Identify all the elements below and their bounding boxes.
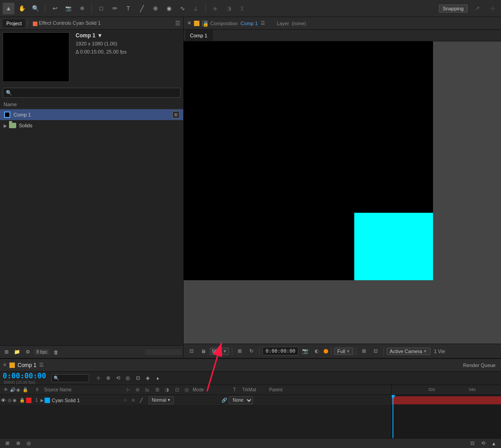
switch-btn-1[interactable]: ⊹ bbox=[122, 397, 129, 404]
timeline-icon-6[interactable]: ◎ bbox=[183, 386, 191, 394]
snapping-button[interactable]: Snapping bbox=[439, 4, 468, 13]
layer-mode-area: Normal ▼ bbox=[145, 396, 185, 404]
switch-btn-paint[interactable]: ╱ bbox=[138, 397, 145, 404]
playhead[interactable] bbox=[393, 395, 393, 438]
list-item[interactable]: ▶ Solids bbox=[0, 120, 183, 131]
tl-bottom-btn-1[interactable]: ⊞ bbox=[3, 439, 12, 448]
timeline-ctrl-btn-2[interactable]: ⊛ bbox=[104, 374, 113, 383]
orbit-tool[interactable]: ⊛ bbox=[76, 3, 88, 14]
timeline-ctrl-btn-3[interactable]: ⟲ bbox=[113, 374, 122, 383]
tl-bottom-btn-4[interactable]: ⊡ bbox=[468, 439, 477, 448]
timeline-icon-fx[interactable]: fx bbox=[143, 386, 151, 394]
camera-tool[interactable]: 📷 bbox=[63, 3, 74, 14]
expand-arrow[interactable]: ▶ bbox=[4, 123, 7, 128]
track-bar[interactable] bbox=[392, 396, 501, 404]
clone-stamp-tool[interactable]: ⊕ bbox=[149, 3, 161, 14]
timeline-body: 👁 🔊 ◉ 🔒 # Source Name ⊹ ⊛ fx ⊞ ◑ ⊡ ◎ Mod… bbox=[0, 385, 501, 438]
parent-dropdown[interactable]: None bbox=[229, 396, 253, 404]
region-of-interest-btn[interactable]: ⊞ bbox=[359, 346, 369, 356]
layer-audio[interactable]: ◎ bbox=[6, 397, 13, 403]
timeline-menu-btn[interactable]: ☰ bbox=[39, 362, 44, 368]
extra-tool[interactable]: ⊹ bbox=[487, 3, 498, 14]
tab-effect-controls[interactable]: Effect Controls Cyan Solid 1 bbox=[29, 19, 104, 27]
transparency-grid-btn[interactable]: ⊡ bbox=[371, 346, 381, 356]
layer-name-text: Cyan Solid 1 bbox=[52, 398, 122, 403]
delete-btn[interactable]: 🗑 bbox=[51, 348, 60, 357]
camera-control[interactable]: Active Camera ▼ bbox=[387, 348, 430, 355]
list-item[interactable]: Comp 1 ⊞ bbox=[0, 109, 183, 120]
timeline-ctrl-btn-6[interactable]: ◈ bbox=[143, 374, 152, 383]
quality-control[interactable]: Full ▼ bbox=[334, 348, 353, 355]
rotate-tool[interactable]: ↩ bbox=[49, 3, 61, 14]
show-snapshot-btn[interactable]: ◐ bbox=[312, 346, 322, 356]
roto-brush-tool[interactable]: ∿ bbox=[176, 3, 188, 14]
timeline-close-btn[interactable]: ✕ bbox=[3, 362, 7, 368]
timeline-ctrl-btn-7[interactable]: ♦ bbox=[153, 374, 162, 383]
motion-blur-tool[interactable]: ◑ bbox=[223, 3, 235, 14]
render-queue-btn[interactable]: Render Queue bbox=[460, 362, 498, 369]
layer-label[interactable] bbox=[25, 398, 32, 403]
search-input[interactable] bbox=[14, 90, 177, 95]
layer-expand-arrow[interactable]: ▶ bbox=[41, 398, 44, 403]
send-to-render[interactable]: ⊞ bbox=[172, 111, 180, 118]
viewer-sep-5 bbox=[384, 347, 384, 355]
render-btn[interactable]: ⊞ bbox=[172, 111, 180, 118]
quality-arrow: ▼ bbox=[346, 349, 350, 354]
layer-solo-btn[interactable]: ◉ bbox=[13, 398, 19, 403]
eraser-tool[interactable]: ◉ bbox=[163, 3, 175, 14]
switch-btn-2[interactable]: ⊛ bbox=[130, 397, 137, 404]
layer-parent-area: 🔗 None bbox=[221, 396, 280, 404]
tl-bottom-btn-5[interactable]: ⟲ bbox=[478, 439, 487, 448]
align-tool[interactable]: ↗ bbox=[471, 3, 483, 14]
viewer-bottom-bar: ⊡ 🖥 50% ▼ ⊞ ↻ 0:00:00:00 📷 ◐ Full ▼ ⊞ ⊡ bbox=[184, 344, 501, 358]
grid-btn[interactable]: ⊞ bbox=[235, 346, 245, 356]
timeline-ctrl-buttons: ⊹ ⊛ ⟲ ◎ ⊡ ◈ ♦ bbox=[94, 374, 162, 383]
timeline-ctrl-btn-5[interactable]: ⊡ bbox=[133, 374, 142, 383]
hand-tool[interactable]: ✋ bbox=[16, 3, 28, 14]
layer-visibility[interactable]: 👁 bbox=[0, 397, 6, 403]
toggle-view-btn[interactable]: 🖥 bbox=[198, 346, 208, 356]
viewer-close-x[interactable]: ✕ bbox=[187, 20, 191, 26]
new-comp-btn[interactable]: ⊞ bbox=[2, 348, 11, 357]
zoom-control[interactable]: 50% ▼ bbox=[210, 348, 229, 355]
selection-tool[interactable]: ▲ bbox=[3, 3, 14, 14]
zoom-tool[interactable]: 🔍 bbox=[30, 3, 41, 14]
puppet-pin-tool[interactable]: ⟂ bbox=[190, 3, 202, 14]
tab-project[interactable]: Project bbox=[3, 19, 25, 27]
text-tool[interactable]: T bbox=[122, 3, 134, 14]
viewer-tab-comp1[interactable]: Comp 1 bbox=[185, 30, 212, 41]
viewer-timecode[interactable]: 0:00:00:00 bbox=[262, 347, 298, 355]
footage-settings-btn[interactable]: ⚙ bbox=[23, 348, 32, 357]
panel-menu[interactable]: ☰ bbox=[261, 20, 265, 26]
line-tool[interactable]: ╱ bbox=[136, 3, 148, 14]
timeline-icon-5[interactable]: ⊡ bbox=[173, 386, 181, 394]
timeline-area: ✕ Comp 1 ☰ Render Queue 0:00:00:00 00000… bbox=[0, 358, 501, 448]
layer-mode-dropdown[interactable]: Normal ▼ bbox=[149, 396, 174, 404]
col-vis-header: 👁 bbox=[2, 387, 8, 392]
flow-tool[interactable]: ⊻ bbox=[236, 3, 248, 14]
timeline-timecode[interactable]: 0:00:00:00 bbox=[3, 372, 46, 380]
composition-canvas bbox=[184, 41, 433, 280]
timeline-timecode-sub: 00000 (25.00 fps) bbox=[4, 380, 46, 385]
open-folder-btn[interactable]: 📁 bbox=[13, 348, 22, 357]
timeline-ctrl-btn-4[interactable]: ◎ bbox=[123, 374, 132, 383]
tl-bottom-btn-2[interactable]: ⊛ bbox=[14, 439, 23, 448]
motion-path-btn[interactable]: ↻ bbox=[247, 346, 257, 356]
tl-bottom-btn-3[interactable]: ◎ bbox=[24, 439, 33, 448]
snapshot-btn[interactable]: 📷 bbox=[300, 346, 310, 356]
timeline-icon-2[interactable]: ⊛ bbox=[133, 386, 141, 394]
layer-lock[interactable]: 🔒 bbox=[19, 397, 25, 403]
graph-tool[interactable]: ◈ bbox=[209, 3, 221, 14]
tl-bottom-btn-6[interactable]: ▲ bbox=[489, 439, 498, 448]
layer-label-color bbox=[26, 398, 32, 403]
viewer-canvas bbox=[184, 41, 501, 344]
toggle-transparency-btn[interactable]: ⊡ bbox=[186, 346, 196, 356]
timeline-icon-3[interactable]: ⊞ bbox=[153, 386, 161, 394]
panel-menu-btn[interactable]: ☰ bbox=[175, 20, 181, 27]
timeline-icon-1[interactable]: ⊹ bbox=[123, 386, 131, 394]
timeline-ctrl-btn-1[interactable]: ⊹ bbox=[94, 374, 103, 383]
timeline-icon-4[interactable]: ◑ bbox=[163, 386, 171, 394]
timeline-search-input[interactable] bbox=[60, 376, 87, 381]
rectangle-tool[interactable]: □ bbox=[95, 3, 107, 14]
pen-tool[interactable]: ✏ bbox=[109, 3, 121, 14]
